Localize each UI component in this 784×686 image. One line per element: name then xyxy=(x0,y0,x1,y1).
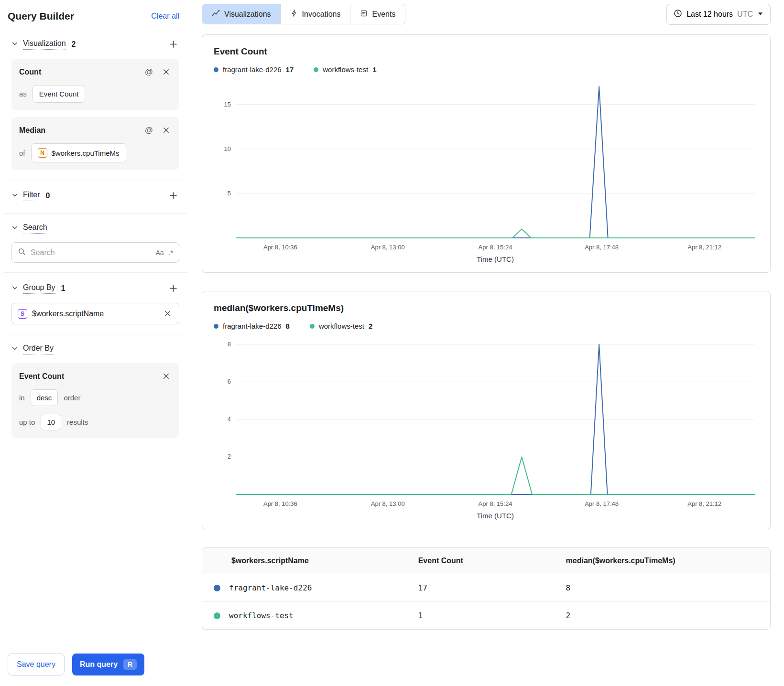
regex-icon[interactable]: .* xyxy=(169,249,173,257)
chevron-down-icon[interactable] xyxy=(11,224,18,233)
svg-text:Apr 8, 13:00: Apr 8, 13:00 xyxy=(371,500,405,507)
legend-item[interactable]: fragrant-lake-d226 17 xyxy=(214,65,294,74)
tab-visualizations[interactable]: Visualizations xyxy=(202,4,281,24)
svg-text:Apr 8, 10:36: Apr 8, 10:36 xyxy=(263,244,297,251)
time-range-label: Last 12 hours xyxy=(686,10,733,19)
chevron-down-icon[interactable] xyxy=(11,192,18,200)
add-visualization-button[interactable] xyxy=(167,38,179,50)
mention-icon[interactable]: @ xyxy=(145,67,153,77)
table-header-row: $workers.scriptName Event Count median($… xyxy=(202,548,770,574)
lightning-icon xyxy=(291,10,298,19)
svg-text:Apr 8, 17:48: Apr 8, 17:48 xyxy=(585,500,619,507)
remove-median-button[interactable] xyxy=(161,125,172,136)
series-dot xyxy=(214,612,220,619)
group-by-field[interactable]: S $workers.scriptName xyxy=(11,303,179,324)
median-field-value: $workers.cpuTimeMs xyxy=(52,149,120,157)
legend-label: workflows-test xyxy=(319,322,364,330)
count-alias-field[interactable]: Event Count xyxy=(33,85,86,103)
series-dot xyxy=(214,67,218,72)
order-by-section: Order By Event Count in desc order xyxy=(4,334,187,448)
column-header-event-count: Event Count xyxy=(407,548,555,574)
tab-invocations[interactable]: Invocations xyxy=(281,4,351,24)
result-limit-field[interactable]: 10 xyxy=(41,414,61,430)
legend-item[interactable]: fragrant-lake-d226 8 xyxy=(214,322,290,330)
add-filter-button[interactable] xyxy=(167,190,179,202)
chart-legend: fragrant-lake-d226 17 workflows-test 1 xyxy=(214,65,759,74)
match-case-icon[interactable]: Aa xyxy=(156,249,164,257)
time-range-selector[interactable]: Last 12 hours UTC xyxy=(666,4,771,25)
script-name: fragrant-lake-d226 xyxy=(229,583,312,592)
count-card-title: Count xyxy=(19,68,145,76)
upto-label: up to xyxy=(19,418,35,426)
filter-count: 0 xyxy=(46,192,50,200)
tab-events[interactable]: Events xyxy=(350,4,405,24)
legend-value: 2 xyxy=(369,322,372,330)
median-cputime-chart-card: median($workers.cpuTimeMs) fragrant-lake… xyxy=(202,291,771,529)
svg-text:15: 15 xyxy=(224,101,231,108)
tab-invocations-label: Invocations xyxy=(302,10,341,19)
svg-text:4: 4 xyxy=(228,416,231,423)
table-row[interactable]: workflows-test 1 2 xyxy=(202,602,770,629)
run-query-button[interactable]: Run query R xyxy=(72,654,144,675)
chevron-down-icon[interactable] xyxy=(11,345,18,354)
svg-text:8: 8 xyxy=(228,341,231,348)
median-value: 8 xyxy=(555,574,770,601)
table-row[interactable]: fragrant-lake-d226 17 8 xyxy=(202,574,770,602)
svg-text:Apr 8, 21:12: Apr 8, 21:12 xyxy=(687,244,721,251)
remove-order-by-button[interactable] xyxy=(161,371,172,382)
search-input[interactable] xyxy=(31,248,151,257)
event-count-value: 1 xyxy=(407,602,555,629)
results-panel: Visualizations Invocations Events xyxy=(191,0,784,686)
chevron-down-icon[interactable] xyxy=(11,284,18,293)
legend-label: fragrant-lake-d226 xyxy=(223,65,282,74)
remove-count-button[interactable] xyxy=(161,66,172,77)
median-value: 2 xyxy=(555,602,770,629)
tab-visualizations-label: Visualizations xyxy=(224,10,271,19)
clock-icon xyxy=(674,9,682,20)
view-tabs: Visualizations Invocations Events xyxy=(202,4,405,24)
visualization-count: 2 xyxy=(72,40,76,49)
workers-observability-app: Query Builder Clear all Visualization 2 xyxy=(0,0,784,686)
order-suffix-label: order xyxy=(64,394,80,402)
visualization-label: Visualization xyxy=(23,39,66,50)
add-group-by-button[interactable] xyxy=(167,282,179,294)
series-dot xyxy=(214,324,218,329)
caret-down-icon xyxy=(757,10,763,19)
svg-text:Time (UTC): Time (UTC) xyxy=(477,255,514,263)
save-query-button[interactable]: Save query xyxy=(8,654,65,675)
group-by-count: 1 xyxy=(61,284,65,293)
median-cputime-line-chart: 2468Apr 8, 10:36Apr 8, 13:00Apr 8, 15:24… xyxy=(214,333,759,524)
svg-text:2: 2 xyxy=(228,453,231,460)
visualization-section: Visualization 2 Count @ as xyxy=(4,29,187,180)
in-label: in xyxy=(19,394,25,402)
median-field-selector[interactable]: N $workers.cpuTimeMs xyxy=(31,143,126,162)
search-icon xyxy=(18,247,26,257)
filter-label: Filter xyxy=(23,191,40,201)
legend-item[interactable]: workflows-test 2 xyxy=(310,322,372,330)
chevron-down-icon[interactable] xyxy=(11,40,18,49)
svg-text:Apr 8, 10:36: Apr 8, 10:36 xyxy=(263,500,297,507)
column-header-scriptname: $workers.scriptName xyxy=(202,548,407,574)
legend-value: 1 xyxy=(372,65,376,74)
svg-text:Apr 8, 15:24: Apr 8, 15:24 xyxy=(479,244,512,251)
mention-icon[interactable]: @ xyxy=(145,126,153,135)
legend-value: 17 xyxy=(286,65,294,74)
svg-text:Apr 8, 15:24: Apr 8, 15:24 xyxy=(479,500,512,507)
event-count-chart-card: Event Count fragrant-lake-d226 17 workfl… xyxy=(202,34,771,273)
order-direction-selector[interactable]: desc xyxy=(31,389,58,406)
order-by-field: Event Count xyxy=(19,372,161,381)
remove-group-by-button[interactable] xyxy=(162,308,173,319)
results-table: $workers.scriptName Event Count median($… xyxy=(202,547,771,630)
page-title: Query Builder xyxy=(8,11,74,22)
events-icon xyxy=(360,10,368,19)
legend-item[interactable]: workflows-test 1 xyxy=(314,65,376,74)
clear-all-link[interactable]: Clear all xyxy=(151,12,179,21)
legend-value: 8 xyxy=(286,322,290,330)
search-section: Search Aa .* xyxy=(4,213,187,272)
svg-text:Apr 8, 21:12: Apr 8, 21:12 xyxy=(687,500,721,507)
legend-label: fragrant-lake-d226 xyxy=(223,322,282,330)
chart-legend: fragrant-lake-d226 8 workflows-test 2 xyxy=(214,322,759,330)
number-type-icon: N xyxy=(38,148,47,158)
series-dot xyxy=(310,324,315,329)
chart-icon xyxy=(212,9,220,19)
